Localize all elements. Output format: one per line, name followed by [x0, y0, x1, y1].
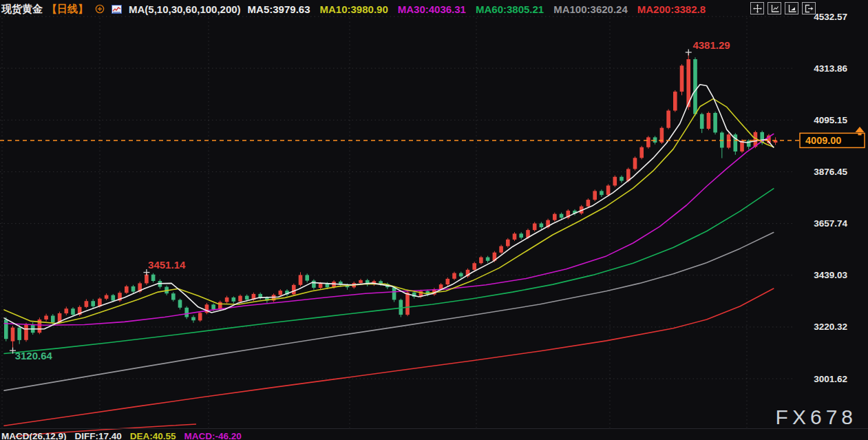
- exit-fullscreen-button[interactable]: [802, 2, 816, 14]
- ma-legend-item: MA60:3805.21: [476, 3, 544, 15]
- candle-body: [633, 158, 637, 169]
- candlestick-chart[interactable]: 3120.643451.144381.294532.574313.864095.…: [0, 0, 868, 440]
- candle-body: [91, 301, 95, 306]
- watermark: FX678: [776, 406, 857, 429]
- candle-body: [178, 300, 182, 308]
- candle-body: [560, 214, 564, 218]
- candle-body: [700, 114, 704, 129]
- candle-body: [452, 273, 456, 279]
- axis-scale-left-button[interactable]: [768, 2, 781, 14]
- candle-body: [24, 325, 28, 340]
- candle-body: [479, 258, 483, 264]
- candle-body: [145, 275, 149, 284]
- axis-price-label: 4095.15: [814, 115, 847, 125]
- trading-chart-app: 3120.643451.144381.294532.574313.864095.…: [0, 0, 868, 440]
- current-price-label: 4009.00: [805, 135, 841, 146]
- axis-price-label: 3001.62: [814, 374, 847, 384]
- candle-body: [486, 258, 490, 261]
- candle-body: [499, 247, 503, 253]
- price-up-arrow-icon: [856, 127, 865, 132]
- ma-params-label: MA(5,10,30,60,100,200): [129, 3, 241, 15]
- candle-body: [151, 275, 156, 281]
- candle-body: [600, 191, 604, 195]
- axis-price-label: 3439.03: [814, 270, 847, 280]
- candle-body: [198, 313, 202, 320]
- candle-body: [713, 113, 717, 133]
- indicator-chart-icon[interactable]: [112, 5, 122, 14]
- candle-body: [392, 287, 396, 300]
- macd-dea-label: DEA:40.55: [130, 431, 176, 440]
- candle-body: [211, 304, 215, 309]
- candle-body: [693, 59, 697, 114]
- macd-macd-label: MACD:-46.20: [184, 431, 242, 440]
- grid: [0, 17, 793, 428]
- candle-body: [519, 233, 523, 238]
- candle-body: [11, 328, 15, 342]
- pan-move-button[interactable]: [750, 2, 764, 14]
- candle-body: [319, 284, 323, 288]
- candle-body: [639, 147, 644, 158]
- candle-body: [4, 319, 8, 339]
- candle-body: [238, 296, 242, 302]
- candle-body: [191, 317, 195, 321]
- price-annotation: 4381.29: [692, 39, 730, 51]
- chart-header: 现货黄金 【日线】 MA(5,10,30,60,100,200) MA5:397…: [1, 0, 706, 18]
- candle-body: [673, 92, 677, 111]
- candle-body: [606, 186, 611, 196]
- axis-price-label: 4313.86: [814, 63, 847, 74]
- ma-legend-item: MA10:3980.90: [320, 3, 388, 15]
- candle-body: [44, 316, 48, 320]
- extreme-marker-cross: [686, 49, 692, 55]
- axis-price-label: 3220.32: [814, 322, 847, 332]
- candle-body: [245, 296, 249, 300]
- axis-price-label: 3657.74: [814, 218, 847, 229]
- macd-params-label: MACD(26,12,9): [1, 431, 67, 440]
- candle-body: [593, 191, 597, 200]
- axis-scale-right-button[interactable]: [785, 2, 798, 14]
- candle-body: [305, 275, 309, 280]
- candle-body: [17, 328, 21, 340]
- candle-body: [292, 285, 296, 295]
- candle-body: [680, 65, 684, 92]
- ma-line-MA60: [4, 189, 774, 354]
- candle-body: [225, 297, 229, 302]
- ma-legend-item: MA100:3620.24: [553, 3, 628, 15]
- candle-body: [586, 200, 591, 207]
- candle-body: [312, 281, 316, 288]
- candle-body: [405, 293, 410, 315]
- price-arrow-tail: [858, 133, 862, 136]
- candle-body: [299, 275, 303, 284]
- candle-body: [112, 295, 116, 301]
- candle-body: [125, 286, 129, 293]
- candle-body: [105, 295, 109, 299]
- candle-body: [620, 177, 624, 181]
- price-annotation: 3451.14: [148, 259, 186, 271]
- price-annotation: 3120.64: [15, 350, 53, 362]
- candle-body: [613, 177, 617, 186]
- chart-toolbar: [750, 2, 816, 14]
- timeframe-label: 【日线】: [47, 3, 88, 16]
- candle-body: [533, 224, 537, 231]
- candle-body: [184, 308, 189, 317]
- candle-body: [459, 273, 463, 277]
- candle-body: [513, 233, 517, 240]
- macd-diff-label: DIFF:17.40: [75, 431, 122, 440]
- candle-body: [646, 137, 650, 147]
- axis-price-label: 3876.45: [814, 167, 847, 177]
- candle-body: [326, 284, 330, 288]
- candle-body: [666, 111, 670, 128]
- ma-legend-item: MA5:3979.63: [248, 3, 310, 15]
- candle-body: [446, 279, 450, 284]
- candle-body: [51, 316, 55, 323]
- symbol-title: 现货黄金: [1, 3, 43, 16]
- candle-body: [359, 280, 363, 283]
- candle-body: [85, 301, 89, 307]
- ma-line-MA10: [4, 98, 774, 323]
- circle-plus-icon[interactable]: [95, 4, 105, 14]
- pane-divider: [0, 428, 868, 429]
- ma-legend-item: MA30:4036.31: [398, 3, 466, 15]
- candle-body: [171, 293, 176, 300]
- ma-line-MA100: [4, 233, 774, 391]
- candle-body: [279, 291, 283, 295]
- candle-body: [472, 263, 476, 270]
